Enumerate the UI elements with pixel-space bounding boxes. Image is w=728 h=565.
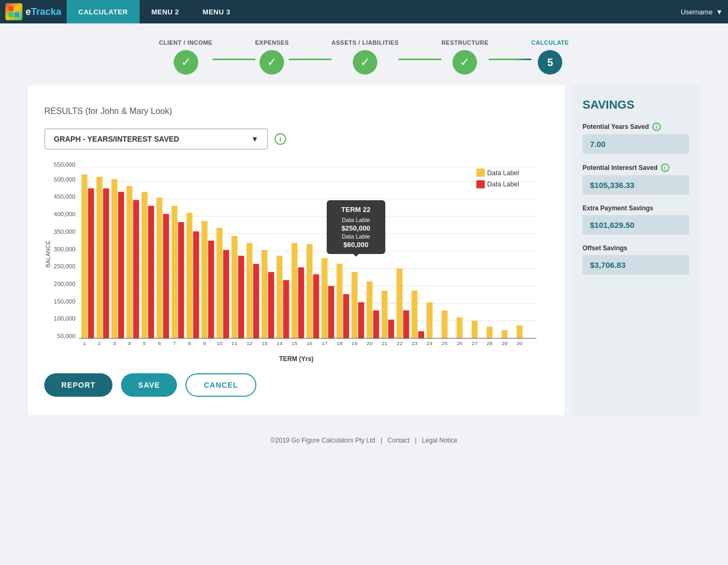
svg-text:Data Label: Data Label <box>487 181 519 189</box>
step-5: CALCULATE 5 <box>531 39 569 75</box>
svg-text:21: 21 <box>382 340 388 346</box>
svg-rect-74 <box>442 310 448 338</box>
connector-1 <box>213 59 255 60</box>
svg-rect-27 <box>82 175 87 339</box>
svg-rect-0 <box>9 6 13 11</box>
svg-rect-58 <box>313 274 319 338</box>
svg-text:22: 22 <box>397 340 403 346</box>
report-button[interactable]: REPORT <box>44 373 112 397</box>
dropdown-row: GRAPH - YEARS/INTEREST SAVED ▼ i <box>44 128 548 150</box>
svg-text:15: 15 <box>292 340 298 346</box>
svg-text:12: 12 <box>247 340 253 346</box>
svg-text:400,000: 400,000 <box>54 211 76 217</box>
chart-container: 50,000 100,000 150,000 200,000 250,000 3… <box>44 158 548 350</box>
dropdown-label: GRAPH - YEARS/INTEREST SAVED <box>54 135 179 143</box>
svg-text:4: 4 <box>128 340 131 346</box>
savings-field-0: Potential Years Saved i 7.00 <box>583 122 689 154</box>
svg-rect-60 <box>328 286 334 338</box>
step-4: RESTRUCTURE <box>441 39 489 75</box>
check-icon-2 <box>267 55 277 69</box>
svg-rect-73 <box>426 302 432 339</box>
username-menu[interactable]: Username ▼ <box>681 8 723 16</box>
step-5-circle: 5 <box>538 50 562 75</box>
svg-text:6: 6 <box>158 340 161 346</box>
logo-area: eTracka <box>5 3 61 20</box>
svg-rect-49 <box>247 243 253 338</box>
svg-rect-76 <box>472 321 478 338</box>
svg-rect-33 <box>126 186 132 338</box>
results-subtitle: (for John & Mary Look) <box>83 107 172 116</box>
svg-rect-68 <box>388 320 394 338</box>
savings-label-0: Potential Years Saved i <box>583 122 689 131</box>
step-5-label: CALCULATE <box>531 39 569 46</box>
logo-text: eTracka <box>26 6 61 18</box>
step-progress: CLIENT / INCOME EXPENSES ASSETS / LIABIL… <box>0 23 728 85</box>
svg-rect-56 <box>298 267 304 338</box>
svg-text:2: 2 <box>98 340 101 346</box>
svg-rect-77 <box>487 326 492 338</box>
footer-legal[interactable]: Legal Notice <box>422 437 458 444</box>
savings-panel: SAVINGS Potential Years Saved i 7.00 Pot… <box>572 85 700 415</box>
nav-menu2[interactable]: MENU 2 <box>140 0 191 23</box>
svg-rect-66 <box>373 310 379 338</box>
main-content: RESULTS (for John & Mary Look) GRAPH - Y… <box>18 85 710 415</box>
svg-text:29: 29 <box>501 340 508 346</box>
chevron-down-icon: ▼ <box>251 135 258 143</box>
chevron-down-icon: ▼ <box>716 8 723 16</box>
savings-field-2: Extra Payment Savings $101,629.50 <box>583 204 689 235</box>
svg-text:8: 8 <box>188 340 191 346</box>
svg-rect-52 <box>268 272 274 338</box>
svg-text:10: 10 <box>216 340 223 346</box>
svg-rect-111 <box>476 169 485 177</box>
svg-rect-38 <box>163 214 169 338</box>
svg-rect-69 <box>397 268 402 338</box>
check-icon-3 <box>360 55 370 69</box>
cancel-button[interactable]: CANCEL <box>185 373 256 397</box>
svg-rect-64 <box>358 302 364 339</box>
save-button[interactable]: SAVE <box>121 373 177 397</box>
navbar: eTracka CALCULATER MENU 2 MENU 3 Usernam… <box>0 0 728 23</box>
step-1: CLIENT / INCOME <box>159 39 212 75</box>
svg-rect-37 <box>157 198 163 338</box>
savings-value-2: $101,629.50 <box>583 215 689 235</box>
username-label: Username <box>681 8 713 16</box>
savings-value-0: 7.00 <box>583 134 689 154</box>
svg-text:550,000: 550,000 <box>54 162 76 168</box>
svg-rect-51 <box>262 250 268 338</box>
nav-menu3[interactable]: MENU 3 <box>191 0 242 23</box>
svg-rect-41 <box>187 213 192 339</box>
svg-text:20: 20 <box>367 340 373 346</box>
nav-calculater[interactable]: CALCULATER <box>67 0 140 23</box>
svg-rect-31 <box>111 179 117 338</box>
footer-copyright: ©2019 Go Figure Calculators Pty Ltd <box>271 437 375 444</box>
step-4-label: RESTRUCTURE <box>441 39 489 46</box>
svg-text:300,000: 300,000 <box>54 246 76 252</box>
savings-field-1: Potential Interesrt Saved i $105,336.33 <box>583 163 689 195</box>
svg-rect-36 <box>148 206 154 338</box>
svg-rect-59 <box>321 258 327 339</box>
connector-3 <box>399 59 441 60</box>
svg-text:13: 13 <box>262 340 268 346</box>
graph-dropdown[interactable]: GRAPH - YEARS/INTEREST SAVED ▼ <box>44 128 268 150</box>
svg-text:17: 17 <box>321 340 328 346</box>
svg-rect-43 <box>201 221 207 338</box>
svg-text:26: 26 <box>457 340 463 346</box>
svg-rect-32 <box>118 192 124 338</box>
info-icon-1[interactable]: i <box>661 163 669 172</box>
chart-svg: 50,000 100,000 150,000 200,000 250,000 3… <box>44 158 548 350</box>
step-2: EXPENSES <box>255 39 289 75</box>
svg-text:7: 7 <box>173 340 176 346</box>
step-3-circle <box>353 50 377 75</box>
svg-rect-70 <box>403 310 409 338</box>
results-title-text: RESULTS <box>44 107 83 116</box>
svg-rect-48 <box>238 256 244 338</box>
info-icon-0[interactable]: i <box>652 122 661 131</box>
svg-rect-79 <box>516 325 522 338</box>
footer-contact[interactable]: Contact <box>387 437 409 444</box>
svg-rect-3 <box>14 12 19 17</box>
svg-text:30: 30 <box>516 340 523 346</box>
svg-rect-61 <box>336 264 342 339</box>
savings-value-1: $105,336.33 <box>583 175 689 195</box>
info-icon[interactable]: i <box>274 133 286 145</box>
svg-rect-62 <box>343 294 349 338</box>
